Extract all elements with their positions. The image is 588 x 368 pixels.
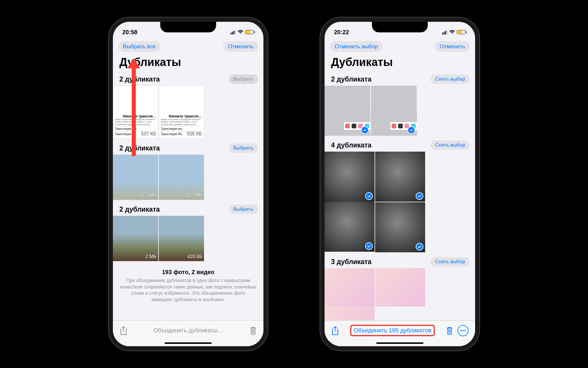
share-icon[interactable] (119, 326, 128, 335)
group-title: 2 дубликата (119, 75, 160, 83)
thumb-row: 2 МБ 420 КБ (113, 216, 263, 263)
home-indicator[interactable] (165, 342, 212, 344)
size-badge: 505 КБ (187, 131, 202, 137)
cancel-button[interactable]: Отменить (435, 41, 470, 52)
signal-icon (230, 30, 236, 34)
photo-thumbnail[interactable] (325, 268, 375, 306)
more-icon[interactable] (457, 325, 469, 336)
merge-button: Объединить дубликаты… (153, 327, 223, 334)
selected-check-icon[interactable] (407, 126, 415, 134)
thumb-row: 1,7 МБ 1,7 МБ (113, 155, 263, 202)
photo-thumbnail[interactable]: 420 КБ (159, 216, 204, 261)
footer-info: 193 фото, 2 видео При объединении дублик… (113, 263, 263, 309)
notch (160, 22, 216, 32)
signal-icon (442, 30, 447, 34)
photo-thumbnail[interactable] (375, 202, 425, 252)
size-badge: 507 КБ (141, 131, 156, 137)
size-badge: 1,7 МБ (141, 193, 156, 198)
size-badge: 420 КБ (187, 254, 202, 259)
deselect-button[interactable]: Снять выбор (430, 74, 470, 84)
group-header: 2 дубликата Снять выбор (325, 72, 475, 86)
cancel-button[interactable]: Отменить (223, 41, 258, 52)
thumb-row (325, 86, 475, 137)
svg-point-0 (460, 330, 462, 331)
selected-check-icon[interactable] (416, 192, 423, 200)
phone-right: 20:22 Отменить выбор Отменить Дубликаты … (320, 18, 479, 350)
content[interactable]: 2 дубликата Снять выбор 4 дубликата Снят… (325, 72, 475, 347)
summary-desc: При объединении дубликатов в одно фото с… (120, 277, 256, 303)
wifi-icon (238, 30, 243, 34)
photo-thumbnail[interactable] (325, 152, 375, 202)
selected-check-icon[interactable] (365, 242, 373, 250)
status-time: 20:58 (122, 29, 137, 36)
notch (372, 22, 428, 32)
top-bar: Отменить выбор Отменить (325, 38, 475, 55)
photo-thumbnail[interactable]: Начните трансля… Через несколько секунд … (159, 86, 204, 139)
size-badge: 1,7 МБ (187, 193, 202, 198)
status-time: 20:22 (334, 29, 349, 36)
svg-point-2 (465, 330, 466, 331)
photo-thumbnail[interactable]: 1,7 МБ (113, 155, 158, 200)
top-bar: Выбрать все Отменить (113, 38, 263, 55)
group-title: 2 дубликата (119, 205, 160, 213)
group-title: 3 дубликата (331, 258, 372, 266)
phone-left: 20:58 Выбрать все Отменить Дубликаты 2 д… (109, 18, 268, 350)
photo-thumbnail[interactable]: 1,7 МБ (159, 155, 204, 200)
select-button[interactable]: Выбрать (229, 143, 258, 153)
photo-thumbnail[interactable] (371, 86, 417, 136)
svg-point-1 (462, 330, 464, 331)
wifi-icon (449, 30, 455, 34)
group-header: 4 дубликата Снять выбор (325, 137, 475, 152)
arrow-annotation (132, 68, 136, 156)
select-all-button[interactable]: Выбрать все (118, 41, 161, 52)
selected-check-icon[interactable] (361, 126, 369, 134)
deselect-all-button[interactable]: Отменить выбор (330, 41, 383, 52)
status-icons (230, 30, 254, 34)
home-indicator[interactable] (376, 342, 423, 344)
battery-icon (245, 30, 254, 34)
thumb-row (325, 152, 475, 254)
selected-check-icon[interactable] (365, 192, 373, 200)
group-title: 2 дубликата (331, 75, 372, 83)
photo-thumbnail[interactable]: 2 МБ (113, 216, 158, 261)
photo-thumbnail[interactable] (325, 202, 375, 252)
select-button[interactable]: Выбрать (229, 74, 258, 84)
status-icons (442, 30, 466, 34)
deselect-button[interactable]: Снять выбор (430, 257, 470, 266)
group-header: 2 дубликата Выбрать (113, 202, 263, 216)
trash-icon[interactable] (249, 326, 257, 335)
summary-title: 193 фото, 2 видео (120, 269, 256, 276)
deselect-button[interactable]: Снять выбор (430, 140, 470, 150)
group-title: 4 дубликата (331, 141, 372, 149)
trash-icon[interactable] (446, 326, 453, 335)
share-icon[interactable] (331, 326, 339, 335)
photo-thumbnail[interactable] (375, 152, 425, 202)
photo-thumbnail[interactable] (325, 86, 370, 136)
photo-thumbnail[interactable] (375, 268, 425, 306)
merge-button[interactable]: Объединить 195 дубликатов (350, 325, 435, 336)
page-title: Дубликаты (325, 55, 475, 72)
battery-icon (457, 30, 466, 34)
selected-check-icon[interactable] (416, 243, 423, 251)
group-header: 3 дубликата Снять выбор (325, 254, 475, 268)
group-title: 2 дубликата (119, 144, 160, 152)
size-badge: 2 МБ (146, 254, 156, 259)
select-button[interactable]: Выбрать (229, 205, 258, 214)
